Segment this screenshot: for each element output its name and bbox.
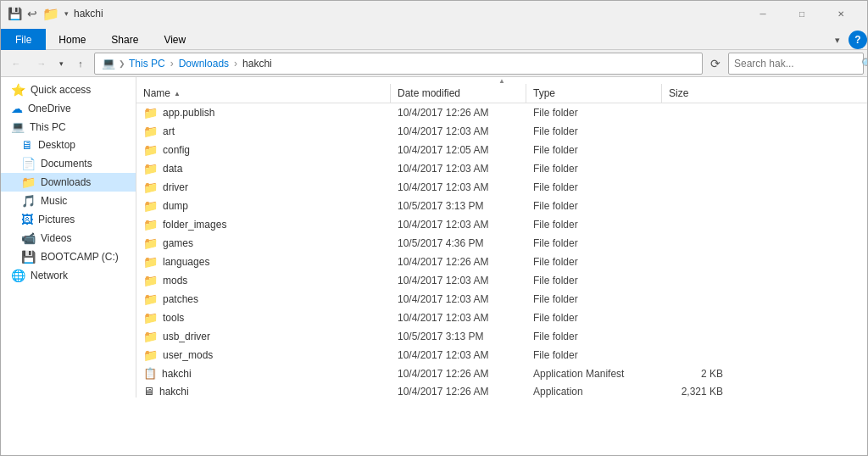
sidebar-item-documents[interactable]: 📄 Documents	[1, 154, 136, 173]
table-row[interactable]: 📁 user_mods 10/4/2017 12:03 AM File fold…	[136, 346, 867, 364]
sidebar-label-music: Music	[41, 195, 129, 207]
cell-date: 10/4/2017 12:26 AM	[391, 366, 526, 381]
sidebar-label-network: Network	[31, 270, 129, 281]
help-button[interactable]: ?	[849, 31, 867, 49]
table-row[interactable]: 📁 data 10/4/2017 12:03 AM File folder	[136, 159, 867, 178]
folder-icon: 📁	[143, 292, 158, 306]
column-header-date[interactable]: Date modified	[391, 84, 526, 103]
cell-date: 10/5/2017 3:13 PM	[391, 198, 526, 214]
sort-arrow-icon: ▲	[174, 90, 181, 97]
cell-name: 📁 user_mods	[136, 347, 391, 364]
table-row[interactable]: 📁 config 10/4/2017 12:05 AM File folder	[136, 141, 867, 159]
cell-type: File folder	[526, 142, 662, 158]
this-pc-icon: 💻	[11, 120, 25, 133]
cell-name: 📁 languages	[136, 253, 391, 270]
cell-size	[662, 148, 730, 152]
folder-icon: 📁	[143, 162, 158, 175]
cell-type: File folder	[526, 329, 662, 344]
maximize-button[interactable]: □	[782, 1, 821, 26]
sidebar-label-onedrive: OneDrive	[28, 103, 129, 114]
sidebar-item-bootcamp[interactable]: 💾 BOOTCAMP (C:)	[1, 247, 136, 266]
cell-size: 2 KB	[662, 366, 730, 381]
cell-date: 10/4/2017 12:03 AM	[391, 124, 526, 139]
sidebar-item-network[interactable]: 🌐 Network	[1, 266, 136, 285]
table-row[interactable]: 📁 mods 10/4/2017 12:03 AM File folder	[136, 271, 867, 290]
cell-size	[662, 242, 730, 245]
tab-view[interactable]: View	[151, 29, 198, 50]
sidebar-item-music[interactable]: 🎵 Music	[1, 192, 136, 210]
quick-access-icon: ⭐	[11, 83, 25, 97]
pictures-icon: 🖼	[21, 213, 33, 226]
file-list-header: Name ▲ Date modified Type Size	[136, 84, 867, 103]
sidebar-item-videos[interactable]: 📹 Videos	[1, 229, 136, 247]
table-row[interactable]: 📁 dump 10/5/2017 3:13 PM File folder	[136, 197, 867, 215]
tab-home[interactable]: Home	[46, 29, 98, 50]
sidebar-item-pictures[interactable]: 🖼 Pictures	[1, 210, 136, 229]
close-button[interactable]: ✕	[821, 1, 860, 26]
table-row[interactable]: 📁 tools 10/4/2017 12:03 AM File folder	[136, 309, 867, 327]
column-header-name[interactable]: Name ▲	[136, 84, 391, 103]
cell-name: 📁 tools	[136, 309, 391, 326]
recent-locations-button[interactable]: ▾	[55, 53, 67, 75]
back-button[interactable]: ←	[4, 53, 28, 75]
cell-date: 10/4/2017 12:03 AM	[391, 292, 526, 307]
address-bar[interactable]: 💻 ❯ This PC › Downloads › hakchi	[94, 53, 703, 75]
table-row[interactable]: 📁 folder_images 10/4/2017 12:03 AM File …	[136, 215, 867, 234]
documents-icon: 📄	[21, 157, 36, 170]
up-button[interactable]: ↑	[69, 53, 92, 75]
table-row[interactable]: 📁 games 10/5/2017 4:36 PM File folder	[136, 234, 867, 253]
breadcrumb-downloads[interactable]: Downloads	[179, 58, 229, 70]
column-header-size[interactable]: Size	[662, 84, 730, 103]
quick-save-icon[interactable]: 💾	[8, 7, 22, 20]
sidebar-label-desktop: Desktop	[38, 139, 129, 151]
column-header-type[interactable]: Type	[526, 84, 662, 103]
table-row[interactable]: 📁 patches 10/4/2017 12:03 AM File folder	[136, 290, 867, 309]
title-bar-icons: 💾 ↩ 📁 ▾	[8, 6, 69, 22]
table-row[interactable]: 📁 usb_driver 10/5/2017 3:13 PM File fold…	[136, 327, 867, 346]
chevron-expand-icon[interactable]: ▾	[830, 31, 845, 49]
sidebar-item-desktop[interactable]: 🖥 Desktop	[1, 136, 136, 154]
cell-date: 10/4/2017 12:03 AM	[391, 161, 526, 176]
cell-size	[662, 335, 730, 338]
window: 💾 ↩ 📁 ▾ hakchi ─ □ ✕ File Home Share Vie…	[0, 0, 868, 456]
breadcrumb-this-pc[interactable]: This PC	[129, 58, 165, 70]
sidebar-item-this-pc[interactable]: 💻 This PC	[1, 118, 136, 136]
undo-icon[interactable]: ↩	[27, 7, 37, 20]
desktop-icon: 🖥	[21, 138, 33, 152]
main-layout: ⭐ Quick access ☁ OneDrive 💻 This PC 🖥 De…	[1, 77, 867, 398]
cell-type: File folder	[526, 292, 662, 307]
sidebar-item-quick-access[interactable]: ⭐ Quick access	[1, 81, 136, 99]
sidebar-item-downloads[interactable]: 📁 Downloads	[1, 173, 136, 192]
table-row[interactable]: 🖥 hakchi 10/4/2017 12:26 AM Application …	[136, 382, 867, 398]
sidebar-label-bootcamp: BOOTCAMP (C:)	[41, 251, 129, 263]
tab-share[interactable]: Share	[98, 29, 151, 50]
folder-icon: 📁	[143, 330, 158, 343]
folder-icon: 📁	[143, 218, 158, 231]
col-size-label: Size	[669, 87, 688, 99]
table-row[interactable]: 📋 hakchi 10/4/2017 12:26 AM Application …	[136, 364, 867, 382]
cell-size	[662, 130, 730, 133]
downloads-icon: 📁	[21, 175, 36, 189]
table-row[interactable]: 📁 art 10/4/2017 12:03 AM File folder	[136, 122, 867, 141]
cell-size	[662, 353, 730, 357]
col-name-label: Name	[143, 87, 170, 99]
sidebar-label-pictures: Pictures	[38, 214, 129, 225]
forward-button[interactable]: →	[30, 53, 53, 75]
search-box[interactable]: 🔍	[728, 53, 864, 75]
cell-date: 10/4/2017 12:03 AM	[391, 310, 526, 325]
window-title: hakchi	[74, 8, 103, 19]
dropdown-icon[interactable]: ▾	[64, 9, 69, 18]
cell-name: 🖥 hakchi	[136, 383, 391, 398]
table-row[interactable]: 📁 app.publish 10/4/2017 12:26 AM File fo…	[136, 103, 867, 122]
table-row[interactable]: 📁 driver 10/4/2017 12:03 AM File folder	[136, 178, 867, 197]
sidebar-item-onedrive[interactable]: ☁ OneDrive	[1, 99, 136, 118]
tab-file[interactable]: File	[1, 29, 46, 50]
search-input[interactable]	[734, 58, 861, 70]
refresh-button[interactable]: ⟳	[704, 53, 726, 75]
table-row[interactable]: 📁 languages 10/4/2017 12:26 AM File fold…	[136, 253, 867, 271]
minimize-button[interactable]: ─	[743, 1, 782, 26]
nav-bar: ← → ▾ ↑ 💻 ❯ This PC › Downloads › hakchi…	[1, 50, 867, 77]
cell-type: File folder	[526, 198, 662, 214]
folder-icon-tb: 📁	[42, 6, 59, 22]
cell-type: File folder	[526, 310, 662, 325]
